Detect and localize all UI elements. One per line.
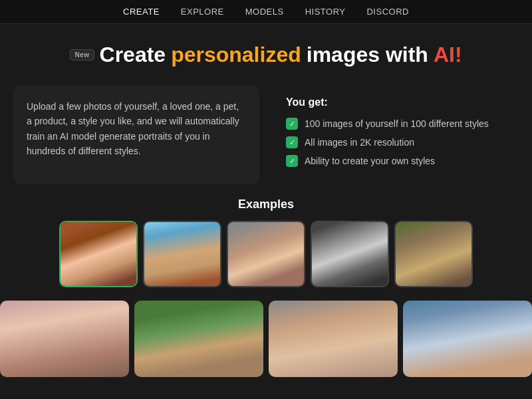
benefit-item-3: ✓ Ability to create your own styles	[286, 155, 505, 167]
bottom-photo-3[interactable]	[269, 301, 398, 377]
benefit-text-3: Ability to create your own styles	[305, 156, 435, 166]
check-icon-3: ✓	[286, 155, 298, 167]
check-icon-1: ✓	[286, 118, 298, 130]
check-icon-2: ✓	[286, 136, 298, 148]
bottom-photo-1[interactable]	[0, 301, 129, 377]
example-thumb-1[interactable]	[59, 221, 138, 287]
nav-create[interactable]: CREATE	[123, 7, 160, 17]
bottom-photos-row	[0, 294, 532, 377]
nav-history[interactable]: HISTORY	[305, 7, 346, 17]
bottom-photo-2[interactable]	[134, 301, 263, 377]
examples-section: Examples	[0, 184, 532, 294]
example-photo-1	[61, 222, 136, 286]
nav-explore[interactable]: EXPLORE	[181, 7, 224, 17]
benefits-title: You get:	[286, 96, 505, 108]
examples-row	[13, 221, 519, 287]
new-badge: New	[70, 49, 94, 61]
example-thumb-3[interactable]	[227, 221, 305, 287]
nav-discord[interactable]: DISCORD	[366, 7, 408, 17]
title-ai: AI!	[434, 43, 462, 67]
examples-title: Examples	[13, 198, 519, 211]
feature-columns: Upload a few photos of yourself, a loved…	[0, 86, 532, 184]
title-prefix: Create	[100, 43, 166, 67]
nav-models[interactable]: MODELS	[245, 7, 284, 17]
benefit-item-1: ✓ 100 images of yourself in 100 differen…	[286, 118, 505, 130]
benefit-text-1: 100 images of yourself in 100 different …	[305, 118, 489, 129]
example-photo-4	[312, 222, 388, 286]
description-panel: Upload a few photos of yourself, a loved…	[13, 86, 259, 184]
example-photo-2	[144, 222, 220, 286]
hero-section: New Create personalized images with AI!	[0, 24, 532, 80]
bottom-photo-4[interactable]	[403, 301, 532, 377]
bottom-photos-container	[0, 294, 532, 377]
example-thumb-5[interactable]	[394, 221, 473, 287]
example-thumb-2[interactable]	[143, 221, 221, 287]
description-text: Upload a few photos of yourself, a loved…	[27, 99, 246, 159]
example-thumb-4[interactable]	[311, 221, 389, 287]
benefit-text-2: All images in 2K resolution	[305, 137, 414, 148]
main-nav: CREATE EXPLORE MODELS HISTORY DISCORD	[0, 0, 532, 24]
example-photo-5	[396, 222, 471, 286]
benefit-item-2: ✓ All images in 2K resolution	[286, 136, 505, 148]
title-highlight: personalized	[171, 43, 301, 67]
benefits-panel: You get: ✓ 100 images of yourself in 100…	[273, 86, 519, 184]
example-photo-3	[228, 222, 304, 286]
hero-title: New Create personalized images with AI!	[13, 43, 519, 67]
title-suffix: images with	[307, 43, 428, 67]
